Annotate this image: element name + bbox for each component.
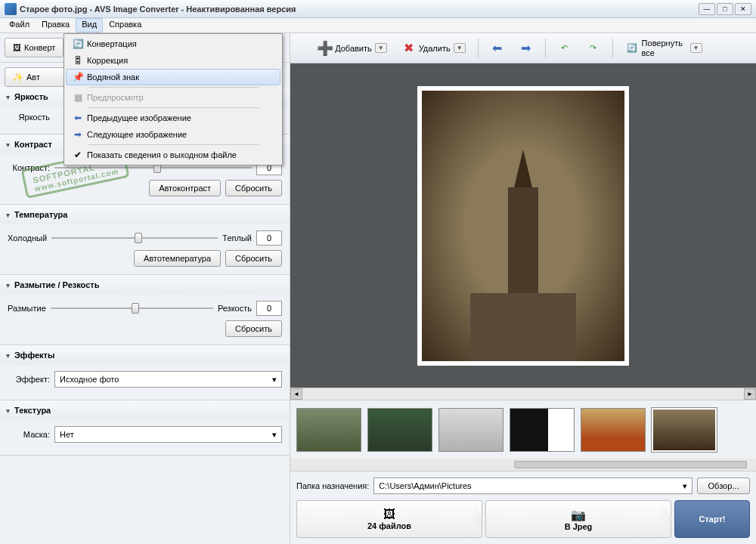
view-dropdown: 🔄Конвертация 🎛Коррекция 📌Водяной знак ▦П… [64, 33, 283, 165]
separator [88, 107, 259, 108]
dd-next-image[interactable]: ➡Следующее изображение [66, 126, 280, 143]
chevron-down-icon: ▾ [683, 481, 687, 491]
blur-input[interactable] [256, 301, 282, 316]
menu-file[interactable]: Файл [3, 18, 36, 32]
dd-show-info[interactable]: ✔Показать сведения о выходном файле [66, 147, 280, 163]
brightness-label: Яркость [8, 113, 50, 122]
wand-icon: ✨ [13, 73, 23, 82]
chevron-down-icon: ▾ [272, 375, 277, 385]
next-button[interactable]: ➡ [513, 37, 539, 60]
panel-header-blur[interactable]: ▾Размытие / Резкость [0, 275, 290, 295]
contrast-label: Контраст: [8, 163, 50, 172]
thumbnail[interactable] [581, 408, 646, 452]
check-icon: ✔ [69, 150, 87, 160]
dd-prev-image[interactable]: ⬅Предыдущее изображение [66, 110, 280, 126]
thumbnail[interactable] [510, 408, 575, 452]
add-button[interactable]: ➕Добавить▼ [312, 37, 393, 60]
panel-blur: ▾Размытие / Резкость Размытие Резкость С… [0, 275, 290, 345]
temperature-input[interactable] [256, 230, 282, 246]
chevron-down-icon: ▾ [6, 141, 10, 149]
chevron-down-icon[interactable]: ▼ [375, 43, 387, 53]
bottom-panel: Папка назначения: C:\Users\Админ\Picture… [290, 471, 756, 544]
menu-edit[interactable]: Правка [36, 18, 76, 32]
close-button[interactable]: ✕ [735, 3, 751, 15]
warm-label: Теплый [222, 233, 252, 243]
panel-header-temperature[interactable]: ▾Температура [0, 205, 290, 224]
chevron-down-icon: ▾ [6, 211, 10, 219]
titlebar: Старое фото.jpg - AVS Image Converter - … [0, 0, 756, 18]
temperature-slider[interactable] [51, 231, 218, 245]
panel-header-texture[interactable]: ▾Текстура [0, 400, 290, 420]
chevron-down-icon: ▾ [272, 430, 277, 440]
cold-label: Холодный [8, 233, 47, 243]
rotate-all-button[interactable]: 🔄Повернуть все▼ [619, 37, 708, 60]
rotate-cw-button[interactable]: ↷ [581, 37, 606, 60]
chevron-down-icon[interactable]: ▼ [690, 43, 702, 53]
files-icon: 🖼 [383, 508, 395, 521]
rotate-cw-icon: ↷ [587, 42, 600, 55]
menu-help[interactable]: Справка [103, 18, 147, 32]
convert-icon: 🔄 [69, 39, 87, 49]
toolbar: ➕Добавить▼ ✖Удалить▼ ⬅ ➡ ↶ ↷ 🔄Повернуть … [290, 33, 756, 63]
correction-icon: 🎛 [69, 55, 87, 66]
separator [545, 39, 546, 58]
thumbnail[interactable] [296, 408, 361, 452]
scroll-left-button[interactable]: ◄ [290, 388, 302, 400]
dd-preview: ▦Предпросмотр [66, 89, 280, 106]
panel-texture: ▾Текстура Маска: Нет▾ [0, 400, 290, 456]
separator [88, 87, 259, 88]
panel-temperature: ▾Температура Холодный Теплый Автотемпера… [0, 205, 290, 275]
thumbnail-selected[interactable] [652, 408, 717, 452]
preview-icon: ▦ [69, 92, 87, 103]
temperature-reset-button[interactable]: Сбросить [225, 250, 282, 267]
panel-header-effects[interactable]: ▾Эффекты [0, 345, 290, 365]
delete-button[interactable]: ✖Удалить▼ [396, 37, 472, 60]
convert-icon: 🖼 [13, 43, 21, 52]
contrast-reset-button[interactable]: Сбросить [225, 180, 282, 196]
plus-icon: ➕ [318, 42, 332, 55]
dd-correction[interactable]: 🎛Коррекция [66, 52, 280, 69]
tab-convert[interactable]: 🖼Конверт [5, 38, 64, 57]
chevron-down-icon[interactable]: ▼ [454, 43, 466, 53]
browse-button[interactable]: Обзор... [697, 478, 750, 494]
panel-effects: ▾Эффекты Эффект: Исходное фото▾ [0, 345, 290, 400]
delete-icon: ✖ [402, 42, 416, 55]
blur-slider[interactable] [51, 301, 213, 315]
preview-hscroll[interactable]: ◄ ► [290, 388, 756, 400]
pin-icon: 📌 [69, 72, 87, 82]
separator [88, 144, 259, 145]
thumbnail[interactable] [367, 408, 432, 452]
chevron-down-icon: ▾ [6, 406, 10, 415]
autotemperature-button[interactable]: Автотемпература [134, 250, 221, 267]
autocontrast-button[interactable]: Автоконтраст [149, 180, 221, 196]
chevron-down-icon: ▾ [6, 281, 10, 289]
start-button[interactable]: Старт! [674, 500, 750, 538]
preview-area [290, 63, 756, 388]
destination-input[interactable]: C:\Users\Админ\Pictures▾ [373, 478, 692, 494]
chevron-down-icon: ▾ [6, 351, 10, 360]
separator [478, 39, 479, 58]
mask-select[interactable]: Нет▾ [54, 426, 282, 443]
dd-convert[interactable]: 🔄Конвертация [66, 36, 280, 52]
rotate-ccw-button[interactable]: ↶ [552, 37, 578, 60]
dd-watermark[interactable]: 📌Водяной знак [66, 69, 280, 85]
menubar: Файл Правка Вид Справка [0, 18, 756, 33]
blur-reset-button[interactable]: Сбросить [225, 320, 282, 337]
thumbnail[interactable] [438, 408, 503, 452]
format-summary[interactable]: 📷 В Jpeg [485, 500, 671, 538]
thumbnail-strip [290, 400, 756, 459]
minimize-button[interactable]: — [699, 3, 715, 15]
arrow-right-icon: ➡ [519, 42, 533, 55]
scroll-right-button[interactable]: ► [744, 388, 756, 400]
arrow-left-icon: ⬅ [69, 113, 87, 123]
preview-image [417, 86, 629, 366]
thumb-scrollbar[interactable] [290, 459, 756, 471]
files-summary[interactable]: 🖼 24 файлов [296, 500, 482, 538]
prev-button[interactable]: ⬅ [485, 37, 510, 60]
destination-label: Папка назначения: [296, 481, 369, 490]
sharp-label: Резкость [218, 304, 252, 313]
maximize-button[interactable]: □ [717, 3, 733, 15]
effect-select[interactable]: Исходное фото▾ [54, 371, 282, 388]
menu-view[interactable]: Вид [76, 18, 103, 32]
separator [612, 39, 613, 58]
